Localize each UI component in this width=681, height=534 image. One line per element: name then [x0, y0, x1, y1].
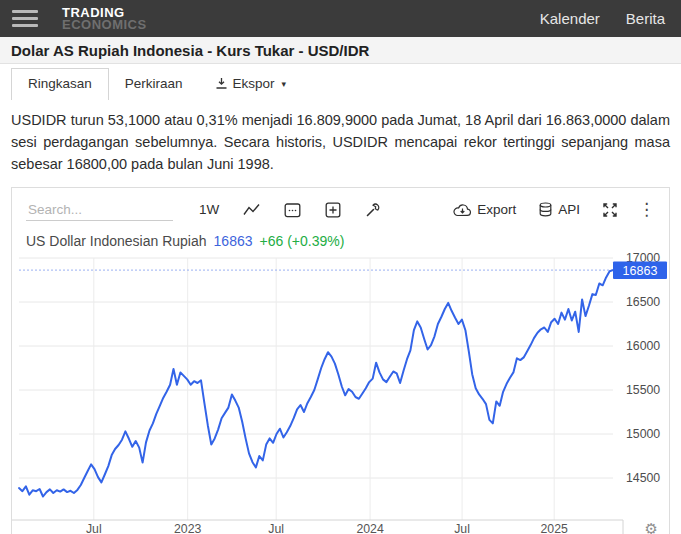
tab-ringkasan-label: Ringkasan: [28, 76, 92, 91]
svg-text:16000: 16000: [626, 340, 660, 354]
svg-text:15500: 15500: [626, 384, 660, 398]
series-title: US Dollar Indonesian Rupiah: [26, 233, 207, 249]
tab-bar: Ringkasan Perkiraan Ekspor ▾: [0, 64, 681, 100]
hamburger-icon[interactable]: [12, 6, 38, 31]
svg-text:15000: 15000: [626, 428, 660, 442]
price-chart-svg[interactable]: 170001650016000155001500014500Jul2023Jul…: [12, 253, 669, 534]
plot-area-wrapper: 170001650016000155001500014500Jul2023Jul…: [12, 253, 669, 534]
svg-text:14500: 14500: [626, 472, 660, 486]
page-title: Dolar AS Rupiah Indonesia - Kurs Tukar -…: [11, 42, 369, 59]
series-last-value: 16863: [214, 233, 253, 249]
database-icon: [538, 202, 553, 217]
svg-text:16500: 16500: [626, 296, 660, 310]
top-header-bar: TRADING ECONOMICS Kalender Berita: [0, 0, 681, 37]
svg-text:Jul: Jul: [268, 522, 284, 534]
chart-toolbar: 1W: [12, 188, 669, 225]
cloud-download-icon: [453, 203, 472, 217]
api-button[interactable]: API: [538, 202, 580, 217]
svg-text:2024: 2024: [356, 522, 384, 534]
chart-legend: US Dollar Indonesian Rupiah 16863 +66 (+…: [12, 225, 669, 249]
tab-perkiraan[interactable]: Perkiraan: [109, 69, 199, 100]
download-icon: [215, 77, 228, 90]
chevron-down-icon: ▾: [282, 79, 287, 89]
fullscreen-icon[interactable]: [602, 202, 618, 218]
add-indicator-icon[interactable]: [325, 202, 341, 218]
tab-ekspor-label: Ekspor: [233, 76, 275, 91]
settings-gear-icon[interactable]: ⚙: [645, 520, 658, 534]
tab-ekspor[interactable]: Ekspor ▾: [199, 69, 303, 100]
page: TRADING ECONOMICS Kalender Berita Dolar …: [0, 0, 681, 534]
range-selector-button[interactable]: 1W: [199, 202, 219, 217]
summary-paragraph: USDIDR turun 53,1000 atau 0,31% menjadi …: [0, 100, 681, 175]
chart-panel: 1W: [11, 187, 670, 534]
nav-link-berita[interactable]: Berita: [626, 10, 665, 27]
api-label: API: [558, 202, 580, 217]
chart-toolbar-right: Export API: [431, 201, 655, 218]
calendar-icon[interactable]: [284, 202, 301, 218]
top-navigation: Kalender Berita: [540, 10, 669, 27]
logo-line-2: ECONOMICS: [62, 19, 147, 31]
svg-text:2023: 2023: [174, 522, 202, 534]
export-button[interactable]: Export: [453, 202, 516, 217]
tab-perkiraan-label: Perkiraan: [125, 76, 183, 91]
trading-economics-logo[interactable]: TRADING ECONOMICS: [62, 7, 147, 31]
svg-text:16863: 16863: [623, 264, 658, 278]
svg-text:Jul: Jul: [454, 522, 470, 534]
export-label: Export: [477, 202, 516, 217]
series-change: +66 (+0.39%): [260, 233, 345, 249]
svg-text:Jul: Jul: [86, 522, 102, 534]
nav-link-kalender[interactable]: Kalender: [540, 10, 600, 27]
tab-ringkasan[interactable]: Ringkasan: [11, 68, 109, 100]
svg-text:2025: 2025: [541, 522, 569, 534]
line-chart-type-icon[interactable]: [243, 203, 260, 216]
page-title-bar: Dolar AS Rupiah Indonesia - Kurs Tukar -…: [0, 37, 681, 64]
search-input[interactable]: [26, 199, 173, 221]
tools-wrench-icon[interactable]: [365, 202, 381, 218]
kebab-menu-icon[interactable]: ⋮: [638, 201, 655, 218]
